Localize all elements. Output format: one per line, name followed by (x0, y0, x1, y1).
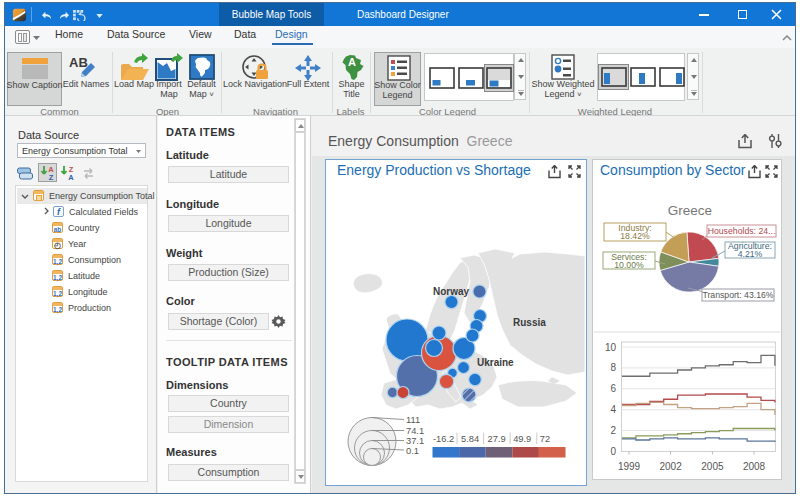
svg-text:8: 8 (610, 362, 616, 373)
svg-text:10: 10 (605, 342, 617, 353)
svg-text:4.21%: 4.21% (738, 249, 763, 259)
svg-text:74.1: 74.1 (406, 426, 424, 436)
svg-text:72: 72 (540, 434, 550, 444)
svg-text:A: A (68, 173, 74, 181)
svg-text:2005: 2005 (701, 461, 724, 472)
svg-text:0.1: 0.1 (406, 446, 419, 456)
svg-text:Russia: Russia (513, 317, 546, 328)
svg-text:Z: Z (49, 173, 54, 181)
svg-text:Households: 24...: Households: 24... (708, 226, 776, 236)
svg-text:27.9: 27.9 (488, 434, 506, 444)
svg-text:A: A (348, 56, 356, 68)
svg-text:10.00%: 10.00% (614, 260, 644, 270)
svg-text:111: 111 (406, 415, 420, 425)
svg-text:2008: 2008 (743, 461, 766, 472)
svg-text:0: 0 (610, 446, 616, 457)
svg-text:Norway: Norway (433, 286, 470, 297)
svg-text:2002: 2002 (659, 461, 682, 472)
svg-text:4: 4 (610, 404, 616, 415)
svg-text:1999: 1999 (618, 461, 641, 472)
svg-text:49.9: 49.9 (513, 434, 531, 444)
svg-text:5.84: 5.84 (461, 434, 479, 444)
svg-text:2: 2 (610, 425, 616, 436)
svg-text:6: 6 (610, 383, 616, 394)
svg-text:Ukraine: Ukraine (477, 357, 514, 368)
svg-text:Greece: Greece (668, 203, 712, 218)
svg-text:Transport: 43.16%: Transport: 43.16% (702, 290, 773, 300)
svg-text:-16.2: -16.2 (433, 434, 454, 444)
svg-text:18.42%: 18.42% (620, 231, 650, 241)
svg-text:37.1: 37.1 (406, 436, 424, 446)
